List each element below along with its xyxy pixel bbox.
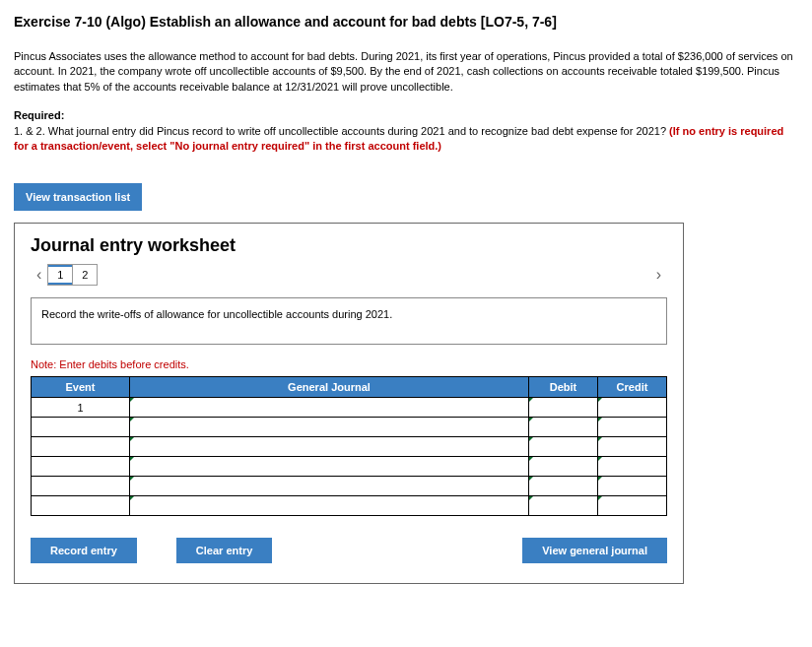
table-row (32, 437, 667, 457)
account-cell[interactable] (130, 457, 529, 477)
account-cell[interactable] (130, 398, 529, 418)
pager-prev-icon[interactable]: ‹ (31, 266, 47, 284)
pager-tab-2[interactable]: 2 (72, 264, 98, 286)
debit-cell[interactable] (529, 398, 598, 418)
table-row: 1 (32, 398, 667, 418)
account-cell[interactable] (130, 477, 529, 496)
view-transaction-list-button[interactable]: View transaction list (14, 183, 142, 211)
header-event: Event (32, 377, 130, 398)
record-entry-button[interactable]: Record entry (31, 538, 137, 563)
debit-cell[interactable] (529, 496, 598, 516)
required-label: Required: (14, 109, 64, 121)
credit-cell[interactable] (598, 496, 667, 516)
debit-cell[interactable] (529, 437, 598, 457)
credit-cell[interactable] (598, 437, 667, 457)
credit-cell[interactable] (598, 477, 667, 496)
event-cell (32, 418, 130, 437)
worksheet-pager: ‹ 1 2 › (31, 264, 667, 286)
event-cell (32, 457, 130, 477)
journal-worksheet-panel: Journal entry worksheet ‹ 1 2 › Record t… (14, 223, 684, 584)
debits-before-credits-note: Note: Enter debits before credits. (31, 358, 667, 370)
header-debit: Debit (529, 377, 598, 398)
clear-entry-button[interactable]: Clear entry (176, 538, 272, 563)
table-row (32, 496, 667, 516)
worksheet-title: Journal entry worksheet (31, 235, 667, 256)
event-cell (32, 496, 130, 516)
event-cell (32, 437, 130, 457)
table-row (32, 457, 667, 477)
table-header-row: Event General Journal Debit Credit (32, 377, 667, 398)
entry-instruction: Record the write-offs of allowance for u… (31, 297, 667, 345)
account-cell[interactable] (130, 437, 529, 457)
view-general-journal-button[interactable]: View general journal (522, 538, 667, 563)
credit-cell[interactable] (598, 418, 667, 437)
table-row (32, 418, 667, 437)
credit-cell[interactable] (598, 398, 667, 418)
required-text: 1. & 2. What journal entry did Pincus re… (14, 125, 669, 137)
event-cell: 1 (32, 398, 130, 418)
debit-cell[interactable] (529, 477, 598, 496)
exercise-title: Exercise 7-10 (Algo) Establish an allowa… (14, 14, 798, 30)
account-cell[interactable] (130, 418, 529, 437)
event-cell (32, 477, 130, 496)
header-credit: Credit (598, 377, 667, 398)
pager-tab-1[interactable]: 1 (47, 264, 73, 286)
table-row (32, 477, 667, 496)
worksheet-bottom-buttons: Record entry Clear entry View general jo… (31, 538, 667, 563)
exercise-description: Pincus Associates uses the allowance met… (14, 49, 798, 95)
credit-cell[interactable] (598, 457, 667, 477)
journal-entry-table: Event General Journal Debit Credit 1 (31, 376, 667, 516)
debit-cell[interactable] (529, 457, 598, 477)
account-cell[interactable] (130, 496, 529, 516)
pager-next-icon[interactable]: › (650, 266, 667, 284)
header-gj: General Journal (130, 377, 529, 398)
debit-cell[interactable] (529, 418, 598, 437)
required-block: Required: 1. & 2. What journal entry did… (14, 108, 798, 154)
